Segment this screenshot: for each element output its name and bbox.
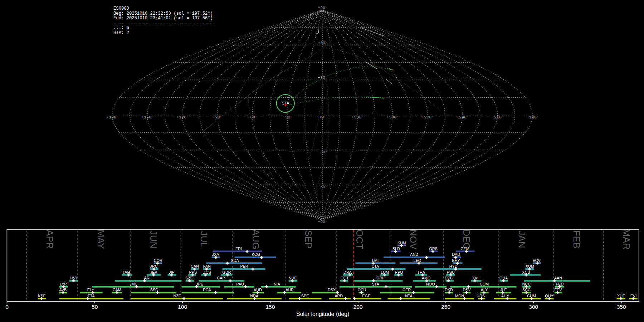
svg-text:FTA: FTA: [88, 294, 95, 298]
svg-text:DKD: DKD: [445, 288, 453, 292]
svg-text:ELY: ELY: [87, 288, 94, 292]
svg-text:+270°: +270°: [421, 115, 433, 119]
svg-text:XVI: XVI: [472, 276, 478, 280]
svg-text:CAP: CAP: [217, 276, 225, 280]
svg-text:ARI: ARI: [144, 276, 151, 280]
svg-text:SDA: SDA: [231, 258, 239, 263]
svg-text:+330°: +330°: [352, 115, 363, 119]
svg-text:TAH: TAH: [123, 270, 130, 274]
svg-text:NIA: NIA: [274, 282, 280, 286]
svg-text:SEP: SEP: [303, 230, 314, 249]
svg-text:OCU: OCU: [357, 288, 366, 292]
svg-text:+240°: +240°: [457, 115, 468, 119]
svg-text:OCT: OCT: [354, 230, 365, 249]
svg-text:PAU: PAU: [236, 282, 244, 286]
svg-text:FEB: FEB: [571, 230, 582, 249]
svg-text:AMO: AMO: [422, 276, 431, 280]
svg-text:JUN: JUN: [148, 230, 159, 249]
svg-text:JLE: JLE: [500, 288, 507, 292]
svg-text:JIP: JIP: [169, 270, 175, 274]
svg-text:COM: COM: [480, 282, 489, 286]
svg-text:NZC: NZC: [173, 294, 181, 298]
svg-text:PPS: PPS: [189, 270, 197, 274]
svg-text:NTA: NTA: [405, 294, 413, 298]
svg-text:Solar longitude (deg): Solar longitude (deg): [296, 311, 350, 317]
svg-text:JPE: JPE: [196, 282, 203, 286]
svg-text:APR: APR: [44, 230, 55, 249]
svg-text:+210°: +210°: [492, 115, 503, 119]
svg-text:50: 50: [92, 304, 98, 310]
svg-text:250: 250: [441, 304, 450, 310]
svg-text:OER: OER: [402, 288, 411, 292]
svg-text:GUM: GUM: [527, 294, 536, 298]
svg-text:PCA: PCA: [203, 288, 211, 292]
svg-text:THA: THA: [417, 270, 425, 274]
svg-text:AND: AND: [410, 252, 418, 257]
svg-text:SPE: SPE: [301, 294, 309, 298]
svg-text:0: 0: [5, 304, 9, 310]
svg-text:AAN: AAN: [554, 276, 562, 280]
svg-text:NDA: NDA: [250, 294, 259, 298]
svg-text:HYD: HYD: [449, 264, 458, 268]
svg-text:NUE: NUE: [289, 276, 297, 280]
svg-text:+300°: +300°: [387, 115, 398, 119]
svg-text:+90°: +90°: [318, 5, 327, 10]
svg-text:OCT: OCT: [341, 276, 349, 280]
svg-text:LMI: LMI: [372, 258, 379, 263]
svg-text:AHY: AHY: [501, 294, 509, 298]
svg-text:NCC: NCC: [522, 282, 531, 286]
svg-text:AUR: AUR: [286, 288, 294, 292]
svg-text:KCG: KCG: [252, 252, 260, 257]
svg-text:DRA: DRA: [343, 270, 352, 274]
svg-text:EGE: EGE: [362, 294, 371, 298]
svg-text:DAD: DAD: [452, 252, 460, 257]
svg-text:XHE: XHE: [617, 294, 625, 298]
svg-text:XUM: XUM: [526, 264, 534, 268]
svg-text:−30°: −30°: [318, 150, 327, 154]
svg-text:JEA: JEA: [150, 270, 158, 274]
svg-text:AUD: AUD: [254, 288, 262, 292]
svg-text:350: 350: [617, 304, 626, 310]
svg-text:+0°: +0°: [319, 115, 326, 119]
svg-text:JAN: JAN: [517, 230, 527, 248]
svg-text:FAN: FAN: [203, 264, 211, 268]
svg-text:+30°: +30°: [318, 75, 327, 80]
svg-text:STA: STA: [372, 282, 379, 286]
svg-text:JRC: JRC: [150, 264, 158, 268]
svg-text:AVB: AVB: [59, 288, 67, 292]
svg-text:LYR: LYR: [60, 282, 67, 286]
svg-text:URS: URS: [477, 294, 485, 298]
svg-text:SZC: SZC: [185, 276, 193, 280]
svg-text:ERI: ERI: [235, 247, 242, 251]
svg-text:+60°: +60°: [248, 115, 257, 119]
svg-text:DPC: DPC: [445, 276, 453, 280]
svg-text:FED: FED: [556, 282, 564, 286]
svg-text:200: 200: [353, 304, 363, 310]
svg-text:JXA: JXA: [212, 252, 220, 257]
svg-text:NOV: NOV: [408, 229, 419, 250]
svg-text:ZCS: ZCS: [203, 270, 211, 274]
svg-text:JMC: JMC: [130, 282, 137, 286]
svg-text:+60°: +60°: [318, 40, 327, 45]
svg-text:+120°: +120°: [176, 115, 188, 119]
svg-text:+150°: +150°: [141, 115, 153, 119]
svg-text:JUL: JUL: [199, 231, 209, 248]
svg-text:GEM: GEM: [460, 247, 469, 251]
svg-text:ALY: ALY: [481, 288, 488, 292]
svg-text:CTA: CTA: [372, 264, 380, 268]
svg-text:DSV: DSV: [463, 288, 471, 292]
svg-text:ORI: ORI: [376, 276, 383, 280]
svg-text:HVI: HVI: [70, 276, 77, 280]
svg-text:NOO: NOO: [426, 282, 435, 286]
svg-text:QHY: QHY: [545, 294, 553, 298]
svg-text:CAN: CAN: [191, 264, 199, 268]
svg-text:ORS: ORS: [429, 247, 438, 251]
svg-text:DSX: DSX: [328, 288, 336, 292]
svg-text:+90°: +90°: [213, 115, 222, 119]
svg-text:PSU: PSU: [447, 270, 454, 274]
svg-text:XCB: XCB: [522, 270, 530, 274]
svg-text:ARD: ARD: [335, 294, 343, 298]
svg-text:+30°: +30°: [283, 115, 292, 119]
svg-text:150: 150: [265, 304, 275, 310]
svg-text:+180°: +180°: [106, 115, 118, 119]
